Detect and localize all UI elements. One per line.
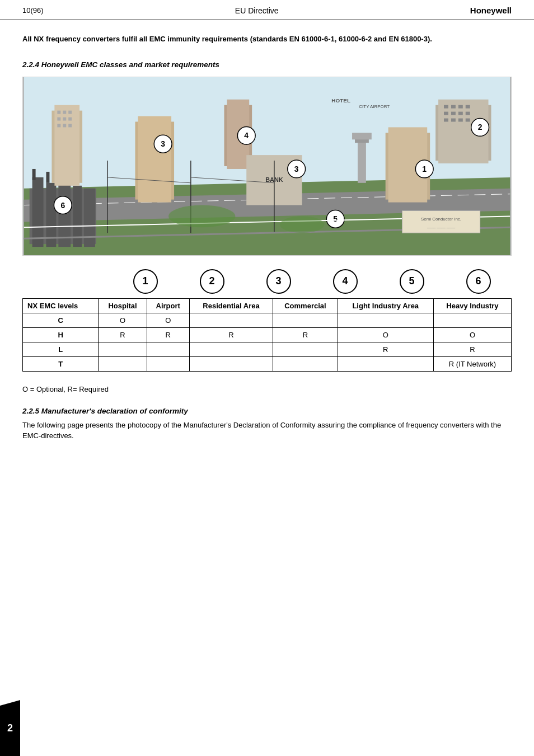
page-number: 10(96)	[22, 6, 44, 15]
svg-rect-49	[466, 105, 470, 108]
table-row: C O O	[23, 313, 512, 327]
svg-rect-10	[32, 168, 36, 180]
row-c-hospital: O	[99, 313, 147, 327]
row-l-commercial	[273, 342, 338, 356]
svg-rect-5	[32, 177, 44, 246]
svg-rect-56	[458, 118, 463, 121]
row-h-level: H	[23, 327, 99, 342]
svg-point-77	[168, 205, 235, 227]
col-header-residential: Residential Area	[189, 298, 273, 313]
row-l-level: L	[23, 342, 99, 356]
svg-rect-62	[352, 133, 372, 139]
svg-text:HOTEL: HOTEL	[331, 97, 350, 103]
page-title: EU Directive	[235, 6, 279, 15]
circle-1: 1	[133, 269, 158, 294]
svg-text:6: 6	[60, 200, 65, 209]
row-h-commercial: R	[273, 327, 338, 342]
row-h-light: O	[338, 327, 433, 342]
svg-text:CITY AIRPORT: CITY AIRPORT	[359, 104, 390, 109]
circle-wrapper-1: 1	[112, 265, 179, 298]
svg-rect-55	[451, 118, 456, 121]
emc-table: NX EMC levels Hospital Airport Residenti…	[22, 298, 512, 372]
page-header: 10(96) EU Directive Honeywell	[0, 0, 534, 20]
circle-5: 5	[400, 269, 424, 294]
col-header-heavy-industry: Heavy Industry	[433, 298, 511, 313]
svg-text:1: 1	[422, 164, 427, 173]
table-row: T R (IT Network)	[23, 356, 512, 371]
svg-point-78	[280, 216, 325, 233]
circles-and-table: 1 2 3 4	[22, 265, 512, 381]
row-c-airport: O	[147, 313, 189, 327]
col-header-hospital: Hospital	[99, 298, 147, 313]
svg-rect-25	[57, 124, 60, 127]
main-content: All NX frequency converters fulfil all E…	[0, 20, 534, 464]
circle-3: 3	[266, 269, 291, 294]
svg-rect-22	[57, 117, 60, 120]
row-t-residential	[189, 356, 273, 371]
row-t-airport	[147, 356, 189, 371]
svg-rect-27	[68, 124, 72, 127]
row-c-heavy	[433, 313, 511, 327]
row-c-light	[338, 313, 433, 327]
svg-rect-29	[138, 116, 171, 202]
svg-rect-21	[68, 110, 72, 114]
svg-text:4: 4	[244, 131, 249, 140]
svg-rect-52	[458, 111, 463, 115]
svg-rect-57	[466, 118, 470, 121]
col-header-commercial: Commercial	[273, 298, 338, 313]
svg-rect-46	[444, 105, 448, 108]
svg-rect-50	[444, 111, 448, 115]
svg-text:5: 5	[333, 214, 338, 223]
legend-text: O = Optional, R= Required	[22, 385, 512, 393]
svg-rect-23	[63, 117, 66, 120]
section-224-heading: 2.2.4 Honeywell EMC classes and market r…	[22, 60, 512, 69]
circle-2: 2	[200, 269, 224, 294]
svg-text:2: 2	[478, 123, 483, 132]
row-c-residential	[189, 313, 273, 327]
svg-text:3: 3	[294, 164, 299, 173]
svg-rect-26	[63, 124, 66, 127]
row-t-commercial	[273, 356, 338, 371]
svg-rect-48	[458, 105, 463, 108]
section-225-body: The following page presents the photocop…	[22, 420, 512, 442]
circle-wrapper-4: 4	[312, 265, 378, 298]
col-header-levels: NX EMC levels	[23, 298, 99, 313]
svg-text:____ ____ ____: ____ ____ ____	[427, 224, 455, 228]
row-l-airport	[147, 342, 189, 356]
row-h-heavy: O	[433, 327, 511, 342]
row-h-residential: R	[189, 327, 273, 342]
table-row: L R R	[23, 342, 512, 356]
circle-wrapper-3: 3	[245, 265, 312, 298]
svg-rect-53	[466, 111, 470, 115]
svg-rect-20	[63, 110, 66, 114]
svg-rect-51	[451, 111, 456, 115]
city-diagram: 6 4 3	[22, 77, 512, 256]
row-t-hospital	[99, 356, 147, 371]
section-225-heading: 2.2.5 Manufacturer's declaration of conf…	[22, 407, 512, 415]
row-l-residential	[189, 342, 273, 356]
row-l-hospital	[99, 342, 147, 356]
svg-rect-11	[46, 171, 49, 182]
row-c-level: C	[23, 313, 99, 327]
brand-name: Honeywell	[470, 6, 512, 15]
svg-rect-19	[57, 110, 60, 114]
svg-rect-60	[358, 138, 366, 183]
svg-rect-24	[68, 117, 72, 120]
svg-rect-18	[54, 105, 79, 185]
svg-rect-9	[84, 188, 95, 246]
row-t-heavy: R (IT Network)	[433, 356, 511, 371]
intro-text: All NX frequency converters fulfil all E…	[22, 34, 512, 45]
page-tab: 2	[0, 700, 20, 756]
circles-row: 1 2 3 4	[22, 265, 512, 298]
circle-wrapper-5: 5	[378, 265, 445, 298]
svg-rect-54	[444, 118, 448, 121]
row-l-light: R	[338, 342, 433, 356]
svg-text:3: 3	[161, 139, 165, 148]
row-h-hospital: R	[99, 327, 147, 342]
col-header-light-industry: Light Industry Area	[338, 298, 433, 313]
row-t-light	[338, 356, 433, 371]
row-c-commercial	[273, 313, 338, 327]
row-l-heavy: R	[433, 342, 511, 356]
circles-area: 1 2 3 4	[112, 265, 512, 298]
table-row: H R R R R O O	[23, 327, 512, 342]
